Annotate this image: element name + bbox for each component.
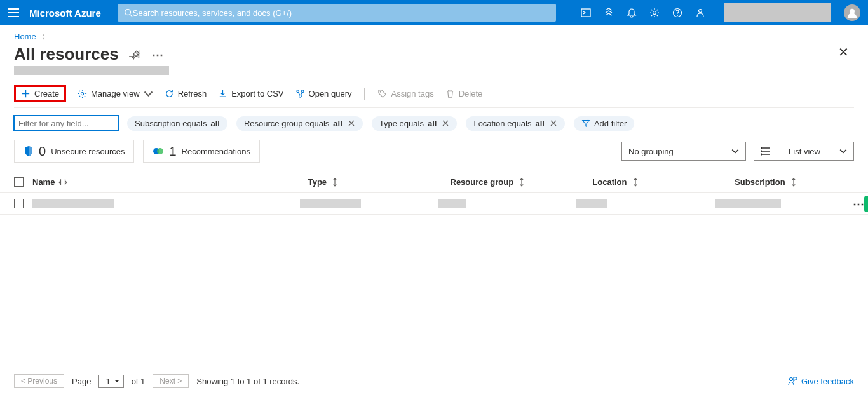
page-title: All resources ⋯	[14, 44, 163, 64]
notifications-icon[interactable]	[627, 8, 637, 18]
table-header: Name Type Resource group Location Subscr…	[0, 172, 868, 193]
sort-icon	[789, 178, 798, 187]
cloud-shell-icon[interactable]	[581, 8, 591, 18]
filter-pill-type[interactable]: Type equals all	[372, 116, 458, 131]
trash-icon	[445, 89, 455, 98]
brand-label[interactable]: Microsoft Azure	[29, 8, 101, 18]
help-icon[interactable]	[672, 8, 682, 18]
svg-point-6	[699, 10, 702, 13]
col-header-name[interactable]: Name	[32, 177, 299, 187]
resources-table: Name Type Resource group Location Subscr…	[0, 172, 868, 215]
refresh-button[interactable]: Refresh	[165, 89, 207, 98]
delete-button[interactable]: Delete	[445, 89, 483, 98]
recommendations-card[interactable]: 1 Recommendations	[143, 140, 260, 163]
export-csv-label: Export to CSV	[231, 89, 283, 98]
prev-page-button[interactable]: < Previous	[14, 374, 64, 388]
page-of-label: of 1	[132, 377, 146, 386]
open-query-button[interactable]: Open query	[295, 89, 352, 98]
breadcrumb-home[interactable]: Home	[14, 32, 36, 41]
pin-icon[interactable]	[130, 50, 140, 60]
pagination-bar: < Previous Page 1 of 1 Next > Showing 1 …	[14, 374, 854, 388]
breadcrumb: Home 〉	[0, 25, 868, 44]
next-page-button[interactable]: Next >	[153, 374, 189, 388]
query-icon	[295, 89, 305, 98]
remove-filter-icon[interactable]	[442, 119, 449, 127]
filter-add-icon	[581, 119, 590, 128]
cell-resource-group[interactable]	[438, 199, 568, 208]
add-filter-button[interactable]: Add filter	[574, 116, 634, 131]
directories-icon[interactable]	[604, 8, 614, 18]
top-icons	[581, 3, 860, 22]
create-button[interactable]: Create	[21, 89, 59, 98]
table-row[interactable]: ⋯	[0, 193, 868, 215]
search-input[interactable]	[133, 8, 550, 18]
gear-icon	[78, 89, 87, 98]
tag-icon	[377, 89, 387, 98]
account-redacted[interactable]	[724, 3, 831, 22]
delete-label: Delete	[459, 89, 483, 98]
col-header-location[interactable]: Location	[592, 177, 726, 187]
create-label: Create	[34, 89, 59, 98]
close-icon[interactable]: ✕	[838, 44, 849, 60]
unsecure-count: 0	[39, 144, 46, 159]
filter-pill-resourcegroup[interactable]: Resource group equals all	[236, 116, 363, 131]
give-feedback-link[interactable]: Give feedback	[787, 376, 854, 386]
filter-input[interactable]	[14, 116, 118, 131]
sort-icon	[631, 178, 640, 187]
remove-filter-icon[interactable]	[550, 119, 557, 127]
toolbar-separator	[364, 88, 365, 100]
search-icon	[124, 8, 133, 17]
filter-pill-location[interactable]: Location equals all	[466, 116, 565, 131]
col-header-type[interactable]: Type	[308, 177, 442, 187]
chevron-right-icon: 〉	[42, 33, 49, 41]
select-all-checkbox[interactable]	[14, 177, 24, 187]
cell-subscription[interactable]	[715, 199, 844, 208]
filter-pill-subscription[interactable]: Subscription equals all	[127, 116, 227, 131]
person-feedback-icon	[787, 376, 797, 386]
rec-count: 1	[169, 144, 176, 159]
svg-point-10	[301, 90, 304, 93]
chevron-down-icon	[731, 147, 739, 155]
manage-view-button[interactable]: Manage view	[78, 89, 153, 98]
feedback-icon[interactable]	[695, 8, 705, 18]
row-checkbox[interactable]	[14, 199, 24, 208]
cell-type	[300, 199, 430, 208]
more-icon[interactable]: ⋯	[152, 48, 163, 62]
assign-tags-button[interactable]: Assign tags	[377, 89, 433, 98]
rec-label: Recommendations	[182, 147, 250, 156]
svg-point-15	[789, 378, 792, 381]
avatar[interactable]	[844, 4, 860, 21]
chevron-down-icon	[839, 147, 847, 155]
export-csv-button[interactable]: Export to CSV	[218, 89, 283, 98]
row-more-icon[interactable]: ⋯	[853, 197, 864, 211]
remove-filter-icon[interactable]	[348, 119, 355, 127]
plus-icon	[21, 89, 31, 98]
command-bar: Create Manage view Refresh Export to CSV…	[14, 85, 854, 108]
page-select[interactable]: 1	[98, 375, 123, 388]
unsecure-resources-card[interactable]: 0 Unsecure resources	[14, 140, 134, 163]
download-icon	[218, 89, 227, 98]
global-search[interactable]	[118, 4, 556, 22]
svg-point-11	[299, 95, 301, 97]
insight-cards: 0 Unsecure resources 1 Recommendations N…	[0, 131, 868, 163]
sort-icon	[330, 178, 339, 187]
menu-icon[interactable]	[8, 8, 19, 17]
advisor-icon	[153, 146, 164, 156]
svg-line-1	[130, 15, 132, 17]
chevron-down-icon	[144, 89, 153, 98]
subtitle-redacted	[14, 66, 169, 75]
col-header-resource-group[interactable]: Resource group	[451, 177, 584, 187]
shield-icon	[24, 145, 34, 157]
top-bar: Microsoft Azure	[0, 0, 868, 25]
settings-icon[interactable]	[649, 8, 660, 18]
manage-view-label: Manage view	[91, 89, 140, 98]
cell-name[interactable]	[32, 199, 291, 208]
page-label: Page	[72, 377, 91, 386]
grouping-select[interactable]: No grouping	[621, 142, 746, 161]
svg-point-14	[157, 148, 163, 154]
sort-icon	[517, 178, 526, 187]
filter-bar: Subscription equals all Resource group e…	[0, 108, 868, 131]
refresh-icon	[165, 89, 174, 98]
col-header-subscription[interactable]: Subscription	[735, 177, 868, 187]
view-mode-select[interactable]: List view	[754, 142, 854, 161]
